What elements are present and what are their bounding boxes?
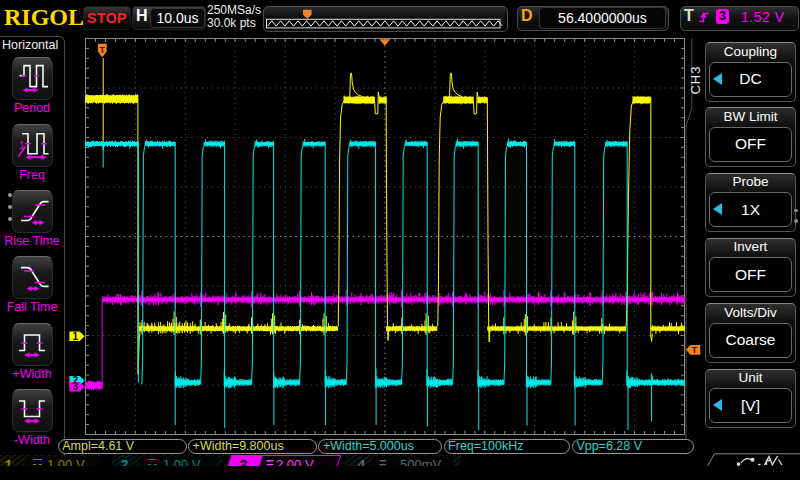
svg-text:1: 1 xyxy=(73,331,79,342)
svg-text:T: T xyxy=(691,344,697,355)
svg-text:3: 3 xyxy=(73,381,79,392)
svg-text:T: T xyxy=(100,45,106,55)
